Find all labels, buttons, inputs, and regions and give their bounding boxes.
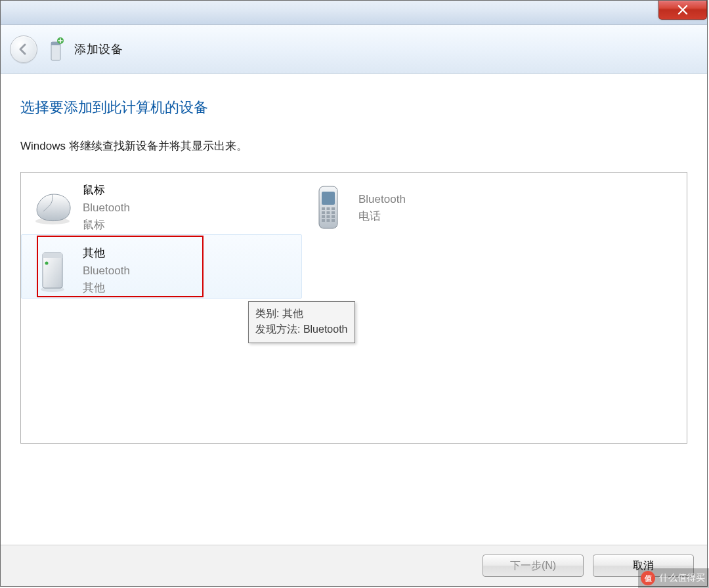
svg-point-21 xyxy=(45,262,49,265)
svg-rect-10 xyxy=(327,211,330,214)
page-subtitle: Windows 将继续查找新设备并将其显示出来。 xyxy=(20,138,687,154)
phone-icon xyxy=(305,184,352,232)
svg-rect-17 xyxy=(332,219,335,222)
title-bar xyxy=(1,1,707,25)
device-tooltip: 类别: 其他 发现方法: Bluetooth xyxy=(248,301,355,343)
watermark: 值 什么值得买 xyxy=(638,568,709,588)
mouse-icon xyxy=(29,184,76,232)
next-button[interactable]: 下一步(N) xyxy=(483,555,584,577)
watermark-badge-icon: 值 xyxy=(641,571,655,585)
close-button[interactable] xyxy=(658,1,707,20)
device-tech-label: Bluetooth xyxy=(358,191,406,208)
add-device-window: 添加设备 选择要添加到此计算机的设备 Windows 将继续查找新设备并将其显示… xyxy=(0,0,708,587)
device-category-label: 电话 xyxy=(358,208,406,225)
svg-rect-7 xyxy=(327,207,330,210)
svg-rect-15 xyxy=(322,219,325,222)
device-name-label: 鼠标 xyxy=(83,182,130,199)
device-tile-mouse[interactable]: 鼠标 Bluetooth 鼠标 xyxy=(25,177,301,240)
svg-rect-5 xyxy=(322,192,335,205)
page-heading: 选择要添加到此计算机的设备 xyxy=(20,98,687,117)
computer-tower-icon xyxy=(29,247,76,295)
device-tech-label: Bluetooth xyxy=(83,262,130,280)
device-name-label: 其他 xyxy=(83,245,130,262)
device-tech-label: Bluetooth xyxy=(83,200,130,217)
svg-rect-8 xyxy=(332,207,335,210)
svg-rect-14 xyxy=(332,215,335,218)
svg-rect-6 xyxy=(322,207,325,210)
device-category-label: 鼠标 xyxy=(83,217,130,234)
wizard-header: 添加设备 xyxy=(1,25,707,74)
back-arrow-icon xyxy=(17,43,30,56)
tooltip-line-category: 类别: 其他 xyxy=(255,306,348,322)
svg-rect-11 xyxy=(332,211,335,214)
back-button[interactable] xyxy=(10,35,37,63)
svg-rect-13 xyxy=(327,215,330,218)
svg-rect-16 xyxy=(327,219,330,222)
svg-rect-20 xyxy=(43,253,62,258)
device-tile-phone[interactable]: Bluetooth 电话 xyxy=(301,177,576,240)
close-icon xyxy=(677,5,688,14)
wizard-footer: 下一步(N) 取消 xyxy=(1,545,707,586)
device-tile-other[interactable]: 其他 Bluetooth 其他 xyxy=(25,240,301,303)
device-list: 鼠标 Bluetooth 鼠标 xyxy=(20,172,687,444)
svg-rect-19 xyxy=(43,253,62,288)
wizard-title: 添加设备 xyxy=(74,41,123,57)
add-device-header-icon xyxy=(47,36,65,62)
content-area: 选择要添加到此计算机的设备 Windows 将继续查找新设备并将其显示出来。 xyxy=(1,74,707,444)
tooltip-line-method: 发现方法: Bluetooth xyxy=(255,322,348,337)
device-category-label: 其他 xyxy=(83,280,130,297)
svg-rect-9 xyxy=(322,211,325,214)
watermark-text: 什么值得买 xyxy=(659,572,705,584)
svg-rect-12 xyxy=(322,215,325,218)
